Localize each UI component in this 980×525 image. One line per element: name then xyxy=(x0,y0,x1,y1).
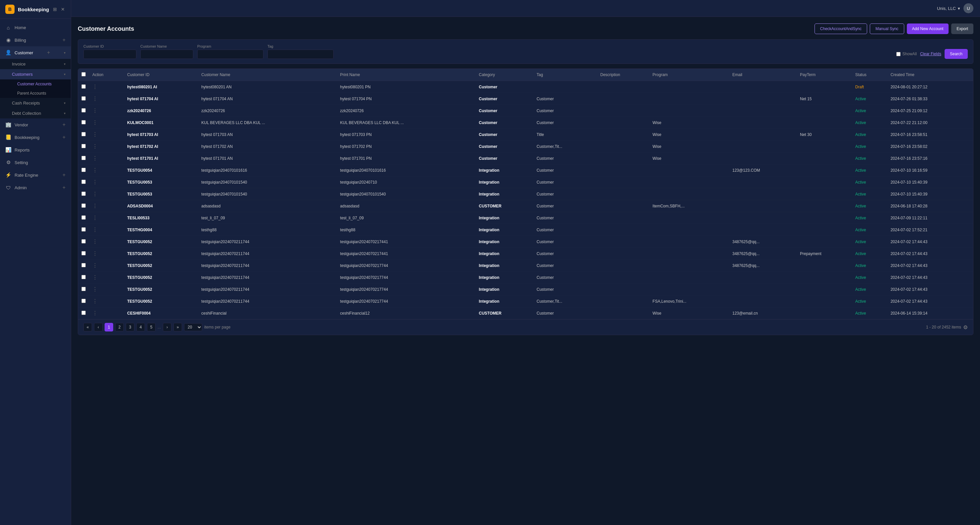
page-1-button[interactable]: 1 xyxy=(105,323,113,331)
row-checkbox[interactable] xyxy=(81,311,86,315)
row-action-menu[interactable]: ⋮ xyxy=(89,248,124,260)
row-action-menu[interactable]: ⋮ xyxy=(89,271,124,284)
sidebar-item-invoice[interactable]: Invoice ▾ xyxy=(0,59,71,69)
row-email xyxy=(729,212,797,224)
sidebar-item-cash-receipts[interactable]: Cash Receipts ▾ xyxy=(0,98,71,108)
sidebar-item-rate-engine[interactable]: ⚡ Rate Engine + xyxy=(0,169,71,181)
row-action-menu[interactable]: ⋮ xyxy=(89,129,124,141)
last-page-button[interactable]: » xyxy=(173,323,182,331)
row-action-menu[interactable]: ⋮ xyxy=(89,81,124,93)
row-checkbox[interactable] xyxy=(81,108,86,113)
show-all-label[interactable]: ShowAll xyxy=(896,52,917,56)
row-checkbox[interactable] xyxy=(81,84,86,89)
company-selector[interactable]: Unis, LLC ▾ xyxy=(937,6,960,11)
sidebar-item-customer[interactable]: 👤 Customer + ▾ xyxy=(0,46,71,59)
row-action-menu[interactable]: ⋮ xyxy=(89,93,124,105)
row-action-menu[interactable]: ⋮ xyxy=(89,164,124,176)
add-new-account-button[interactable]: Add New Account xyxy=(907,24,949,34)
row-action-menu[interactable]: ⋮ xyxy=(89,212,124,224)
sidebar-item-customer-accounts[interactable]: Customer Accounts xyxy=(0,79,71,89)
row-action-menu[interactable]: ⋮ xyxy=(89,152,124,164)
row-email xyxy=(729,200,797,212)
row-action-menu[interactable]: ⋮ xyxy=(89,176,124,188)
sidebar-item-reports[interactable]: 📊 Reports xyxy=(0,144,71,156)
export-button[interactable]: Export xyxy=(951,24,974,34)
row-action-menu[interactable]: ⋮ xyxy=(89,295,124,307)
vendor-plus-icon[interactable]: + xyxy=(62,122,65,128)
page-4-button[interactable]: 4 xyxy=(136,323,145,331)
page-2-button[interactable]: 2 xyxy=(115,323,124,331)
check-account-sync-button[interactable]: CheckAccountAndSync xyxy=(815,24,867,34)
sidebar-item-bookkeeping[interactable]: 📒 Bookkeeping + xyxy=(0,131,71,144)
row-action-menu[interactable]: ⋮ xyxy=(89,141,124,152)
row-checkbox[interactable] xyxy=(81,227,86,232)
row-checkbox[interactable] xyxy=(81,168,86,172)
row-checkbox[interactable] xyxy=(81,192,86,196)
grid-icon[interactable]: ⊞ xyxy=(52,6,57,13)
sidebar-item-parent-accounts[interactable]: Parent Accounts xyxy=(0,89,71,98)
user-avatar[interactable]: U xyxy=(964,3,974,13)
next-page-button[interactable]: › xyxy=(163,323,172,331)
row-checkbox[interactable] xyxy=(81,239,86,243)
row-checkbox[interactable] xyxy=(81,299,86,303)
per-page-select[interactable]: 20 50 100 xyxy=(184,323,202,331)
row-action-menu[interactable]: ⋮ xyxy=(89,260,124,271)
col-customer-id: Customer ID xyxy=(124,69,198,81)
bookkeeping-plus-icon[interactable]: + xyxy=(62,134,65,140)
close-sidebar-icon[interactable]: ✕ xyxy=(60,6,65,13)
tag-select[interactable] xyxy=(267,50,334,59)
row-checkbox[interactable] xyxy=(81,203,86,208)
row-checkbox[interactable] xyxy=(81,96,86,101)
row-action-menu[interactable]: ⋮ xyxy=(89,284,124,295)
row-checkbox[interactable] xyxy=(81,144,86,148)
page-3-button[interactable]: 3 xyxy=(126,323,134,331)
sidebar-item-debt-collection[interactable]: Debt Collection ▾ xyxy=(0,108,71,119)
billing-plus-icon[interactable]: + xyxy=(62,37,65,43)
row-checkbox[interactable] xyxy=(81,263,86,267)
col-description: Description xyxy=(597,69,649,81)
debt-collection-label: Debt Collection xyxy=(12,111,41,116)
sidebar-item-billing[interactable]: ◉ Billing + xyxy=(0,34,71,46)
row-checkbox[interactable] xyxy=(81,132,86,136)
row-status: Active xyxy=(852,236,887,248)
prev-page-button[interactable]: ‹ xyxy=(94,323,103,331)
sidebar-item-home[interactable]: ⌂ Home xyxy=(0,22,71,34)
first-page-button[interactable]: « xyxy=(83,323,92,331)
row-action-menu[interactable]: ⋮ xyxy=(89,117,124,129)
customer-id-input[interactable] xyxy=(83,50,136,59)
row-checkbox[interactable] xyxy=(81,251,86,255)
sidebar-item-admin[interactable]: 🛡 Admin + xyxy=(0,181,71,194)
row-action-menu[interactable]: ⋮ xyxy=(89,188,124,200)
row-checkbox[interactable] xyxy=(81,180,86,184)
row-action-menu[interactable]: ⋮ xyxy=(89,224,124,236)
row-customer-id: CESHIF0004 xyxy=(124,307,198,319)
show-all-checkbox[interactable] xyxy=(896,52,900,56)
row-action-menu[interactable]: ⋮ xyxy=(89,307,124,319)
search-button[interactable]: Search xyxy=(945,49,968,59)
row-checkbox[interactable] xyxy=(81,215,86,220)
page-5-button[interactable]: 5 xyxy=(147,323,156,331)
row-action-menu[interactable]: ⋮ xyxy=(89,236,124,248)
row-print-name: test_li_07_09 xyxy=(337,212,476,224)
row-payterm: Prepayment xyxy=(797,248,852,260)
sidebar-item-customers[interactable]: Customers ▾ xyxy=(0,69,71,79)
table-header-row: Action Customer ID Customer Name Print N… xyxy=(78,69,973,81)
customer-name-select[interactable] xyxy=(140,50,193,59)
sidebar-item-vendor[interactable]: 🏢 Vendor + xyxy=(0,119,71,131)
admin-plus-icon[interactable]: + xyxy=(62,185,65,190)
manual-sync-button[interactable]: Manual Sync xyxy=(870,24,904,34)
select-all-checkbox[interactable] xyxy=(81,72,86,76)
program-input[interactable] xyxy=(197,50,264,59)
sidebar-item-setting[interactable]: ⚙ Setting xyxy=(0,156,71,169)
row-action-menu[interactable]: ⋮ xyxy=(89,200,124,212)
row-checkbox[interactable] xyxy=(81,156,86,160)
customer-plus-icon[interactable]: + xyxy=(47,50,50,56)
row-checkbox[interactable] xyxy=(81,120,86,124)
rate-engine-plus-icon[interactable]: + xyxy=(62,172,65,178)
row-checkbox[interactable] xyxy=(81,275,86,279)
row-action-menu[interactable]: ⋮ xyxy=(89,105,124,117)
row-checkbox[interactable] xyxy=(81,287,86,291)
page-settings-icon[interactable]: ⚙ xyxy=(963,324,968,330)
clear-fields-button[interactable]: Clear Fields xyxy=(920,52,941,56)
sidebar-nav: ⌂ Home ◉ Billing + 👤 Customer + ▾ Invoic… xyxy=(0,19,71,525)
